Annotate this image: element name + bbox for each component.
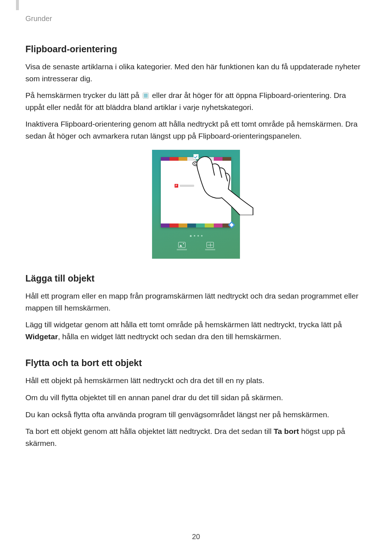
add-paragraph-1: Håll ett program eller en mapp från prog… [25,290,367,314]
flipboard-paragraph-3: Inaktivera Flipboard-orientering genom a… [25,118,367,142]
briefing-text-placeholder [180,185,194,187]
svg-rect-2 [144,95,148,96]
svg-rect-3 [144,97,148,97]
svg-rect-1 [144,94,148,95]
color-segment [179,223,187,227]
text-run: Ta bort ett objekt genom att hålla objek… [25,427,274,435]
flipboard-panel-thumbnail: F [161,157,231,227]
dot [201,235,203,237]
dot [194,235,195,237]
color-segment [205,157,213,161]
chapter-label: Grunder [25,15,367,23]
ta-bort-bold: Ta bort [274,427,299,435]
figure-wrapper: F [25,150,367,259]
flipboard-paragraph-2: På hemskärmen trycker du lätt på eller d… [25,90,367,113]
color-strip-bottom [161,223,231,227]
color-segment [196,223,205,227]
move-paragraph-1: Håll ett objekt på hemskärmen lätt nedtr… [25,375,367,387]
header-margin-stub [16,0,19,10]
move-paragraph-3: Du kan också flytta ofta använda program… [25,409,367,421]
section-heading-flipboard: Flipboard-orientering [25,44,367,54]
text-run: , hålla en widget lätt nedtryckt och sed… [58,332,281,341]
homescreen-panels-icon [143,93,149,99]
flipboard-paragraph-1: Visa de senaste artiklarna i olika kateg… [25,61,367,85]
flipboard-f-icon: F [175,184,178,188]
section-heading-add: Lägga till objekt [25,273,367,284]
homescreen-edit-figure: F [152,150,240,259]
color-segment [222,157,231,161]
wallpaper-button-icon [177,242,187,250]
panel-checkbox-icon [193,154,199,159]
color-segment [205,223,213,227]
color-segment [170,157,178,161]
color-segment [214,223,222,227]
dot [190,235,192,237]
widgetar-bold: Widgetar [25,332,58,341]
color-segment [161,223,170,227]
color-segment [170,223,178,227]
section-heading-move: Flytta och ta bort ett objekt [25,358,367,368]
color-segment [179,157,187,161]
widgets-button-icon [205,242,215,250]
text-run: På hemskärmen trycker du lätt på [25,91,142,99]
color-segment [214,157,222,161]
dot [197,235,199,237]
color-segment [161,157,170,161]
editor-bottom-bar [152,239,240,259]
page-number: 20 [0,533,392,541]
briefing-tag: F [175,184,194,188]
text-run: Lägg till widgetar genom att hålla ett t… [25,320,342,329]
page-indicator-dots [152,233,240,238]
color-segment [187,223,196,227]
move-paragraph-4: Ta bort ett objekt genom att hålla objek… [25,426,367,449]
add-paragraph-2: Lägg till widgetar genom att hålla ett t… [25,319,367,342]
move-paragraph-2: Om du vill flytta objektet till en annan… [25,392,367,404]
